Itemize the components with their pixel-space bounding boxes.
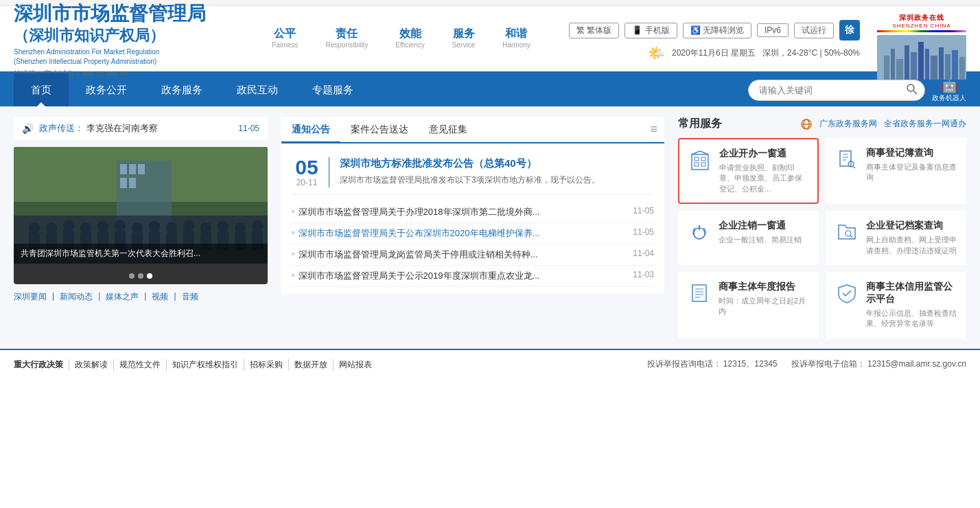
dot-2[interactable] [138,273,143,279]
footer-link-report[interactable]: 网站报表 [334,359,377,371]
service-card-shanshi-dengji[interactable]: 商事登记簿查询 商事主体登记及备案信息查询 [826,138,966,204]
dot-1[interactable] [129,273,135,279]
svg-rect-5 [911,52,917,80]
svg-rect-1 [884,56,889,80]
svg-point-44 [200,222,211,233]
notice-item-text-1[interactable]: 深圳市市场监督管理局关于办理2018年深圳市第二批境外商... [299,206,627,218]
robot-button[interactable]: 🤖 政务机器人 [932,77,966,103]
footer-link-data[interactable]: 数据开放 [289,359,334,371]
svg-point-32 [97,221,108,232]
featured-desc: 深圳市市场监督管理局批准发布以下3项深圳市地方标准，现予以公告。 [340,174,600,186]
traditional-chinese-btn[interactable]: 繁 繁体版 [569,23,619,38]
notice-item-text-3[interactable]: 深圳市市场监督管理局龙岗监管局关于停用或注销相关特种... [299,249,627,261]
ipv6-btn[interactable]: IPv6 [757,23,789,37]
service-card-icon-2 [835,147,859,172]
main-content: 🔊 政声传送： 李克强在河南考察 11-05 [0,106,980,349]
value-harmony: 和谐 Harmony [502,27,530,49]
weather-row: 🌤️ 2020年11月6日 星期五 深圳，24-28°C | 50%-80% [648,45,860,61]
notice-item-date-3: 11-04 [633,249,654,261]
tab-notice[interactable]: 通知公告 [281,118,340,143]
broadcast-label: 政声传送： [39,122,84,135]
footer-link-normative[interactable]: 规范性文件 [114,359,167,371]
service-card-qiye-zhuxiao[interactable]: 企业注销一窗通 企业一般注销、简易注销 [678,211,819,265]
svg-point-38 [149,221,160,232]
notice-item-1: ◦ 深圳市市场监督管理局关于办理2018年深圳市第二批境外商... 11-05 [292,202,654,223]
link-media-voice[interactable]: 媒体之声 [106,291,139,303]
right-column: 常用服务 广东政务服务网 全省政务服务一网通办 [678,117,966,338]
left-column: 🔊 政声传送： 李克强在河南考察 11-05 [14,117,268,338]
link-video[interactable]: 视频 [152,291,168,303]
nav-gov-service[interactable]: 政务服务 [144,73,220,106]
shenzhen-china-text: SHENZHEN CHINA [877,23,966,29]
dot-3[interactable] [147,273,152,279]
service-card-shanshi-xinyong[interactable]: 商事主体信用监管公示平台 年报公示信息、抽查检查结果、经营异常名录等 [826,272,966,338]
svg-rect-72 [692,285,706,301]
notice-item-text-2[interactable]: 深圳市市场监督管理局关于公布深圳市2020年电梯维护保养... [299,227,627,240]
service-header: 常用服务 广东政务服务网 全省政务服务一网通办 [678,117,966,131]
service-card-title-3: 企业注销一窗通 [719,220,810,232]
featured-title[interactable]: 深圳市地方标准批准发布公告（总第40号） [340,157,600,170]
search-button[interactable] [900,80,924,100]
svg-rect-21 [120,178,127,188]
service-card-body-3: 企业注销一窗通 企业一般注销、简易注销 [719,220,810,245]
svg-point-28 [63,220,74,231]
notice-more-btn[interactable]: ≡ [643,117,664,142]
featured-month: 20-11 [292,178,322,187]
service-card-title-6: 商事主体信用监管公示平台 [866,281,957,305]
svg-line-67 [853,166,855,168]
header-values: 公平 Fairness 责任 Responsibility 效能 Efficie… [233,27,569,54]
svg-line-14 [913,91,917,94]
mobile-btn[interactable]: 📱 手机版 [625,23,677,38]
service-card-shanshi-nianbao[interactable]: 商事主体年度报告 时间：成立周年之日起2月内 [678,272,819,338]
accessibility-btn[interactable]: ♿ 无障碍浏览 [683,23,751,38]
svg-rect-6 [918,42,924,80]
link-audio[interactable]: 音频 [182,291,198,303]
footer-link-major-decision[interactable]: 重大行政决策 [14,359,69,371]
footer-link-bidding[interactable]: 招标采购 [244,359,289,371]
tab-opinion[interactable]: 意见征集 [419,118,478,143]
service-card-qiye-dengji-dang[interactable]: 企业登记档案查询 网上自助查档、网上受理申请查档、办理违法违规证明 [826,211,966,265]
link-shenzhen-news[interactable]: 深圳要闻 [14,291,47,303]
footer-link-policy[interactable]: 政策解读 [69,359,114,371]
nav-special-service[interactable]: 专题服务 [295,73,371,106]
search-doc-icon [836,148,858,170]
featured-content: 深圳市地方标准批准发布公告（总第40号） 深圳市市场监督管理局批准发布以下3项深… [340,157,600,187]
trial-btn[interactable]: 试运行 [794,23,834,38]
service-link-provincial[interactable]: 全省政务服务一网通办 [884,118,966,130]
svg-point-46 [218,221,229,232]
svg-point-48 [235,222,246,233]
nav-civil-interaction[interactable]: 政民互动 [220,73,295,106]
shenzhen-logo-text: 深圳政务在线 [877,13,966,23]
service-card-qiye-kaiban[interactable]: 企业开办一窗通 申请营业执照、刻制印章、申领发票、员工参保登记、公积金... [678,138,819,204]
complaint-phone: 12315、12345 [723,359,778,369]
svg-rect-4 [905,45,909,80]
more-icon: ≡ [650,122,657,136]
robot-label: 政务机器人 [932,93,966,103]
svg-point-40 [166,222,177,233]
service-link-guangdong[interactable]: 广东政务服务网 [819,118,877,130]
footer-link-ip[interactable]: 知识产权维权指引 [167,359,244,371]
link-news-dynamics[interactable]: 新闻动态 [60,291,93,303]
service-title: 常用服务 [678,117,722,131]
svg-point-42 [183,220,194,231]
svg-rect-3 [896,59,903,80]
news-slider: 共青团深圳市场监管机关第一次代表大会胜利召... [14,147,268,284]
tab-case-notice[interactable]: 案件公告送达 [340,118,419,143]
service-link-icon [800,118,813,130]
nav-gov-open[interactable]: 政务公开 [69,73,144,106]
weather-icon: 🌤️ [648,45,665,61]
rainbow-bar [877,30,966,32]
footer: 重大行政决策 政策解读 规范性文件 知识产权维权指引 招标采购 数据开放 网站报… [0,349,980,380]
svg-rect-8 [931,56,937,80]
nav-home[interactable]: 首页 [14,73,69,106]
shenzhen-brand: 深圳政务在线 SHENZHEN CHINA [877,13,966,80]
footer-contact: 投诉举报咨询电话： 12315、12345 投诉举报电子信箱： 12315@ma… [647,358,966,372]
folder-search-icon [836,221,858,243]
notice-item-text-4[interactable]: 深圳市市场监督管理局关于公示2019年度深圳市重点农业龙... [299,270,627,282]
city-skyline-image [877,35,966,80]
value-fairness: 公平 Fairness [272,27,298,49]
logo-title-2: （深圳市知识产权局） [14,25,233,46]
search-input[interactable] [749,82,900,99]
logo-en: Shenzhen Administration For Market Regul… [14,47,233,67]
broadcast-text[interactable]: 李克强在河南考察 [86,122,238,135]
